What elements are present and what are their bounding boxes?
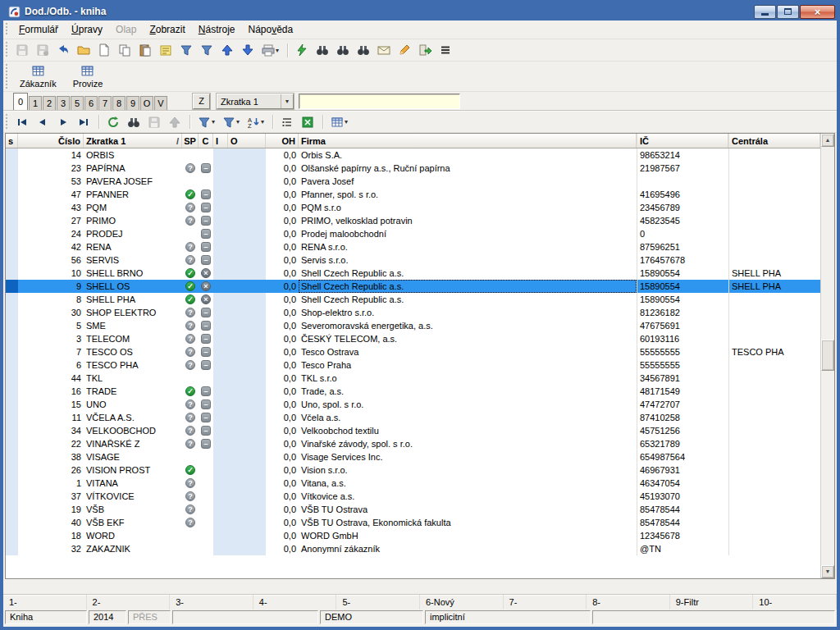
filter-wizard-button[interactable]: ▾	[219, 113, 243, 131]
menu-item-zobrazit[interactable]: Zobrazit	[143, 21, 191, 38]
grid-row[interactable]: 44TKL0,0TKL s.r.o34567891	[6, 372, 820, 385]
table-view-button[interactable]: ▾	[327, 113, 351, 131]
grid-row[interactable]: 3TELECOM?–0,0ČESKÝ TELECOM, a.s.60193116	[6, 332, 820, 345]
fn-key-8[interactable]: 8-	[587, 595, 670, 609]
tab-9[interactable]: 9	[126, 96, 139, 110]
fn-key-4[interactable]: 4-	[253, 595, 337, 609]
grid-row[interactable]: 18WORD0,0WORD GmbH12345678	[6, 529, 820, 542]
close-button[interactable]: ×	[800, 5, 835, 19]
chevron-down-icon[interactable]: ▾	[212, 118, 215, 126]
chevron-down-icon[interactable]: ▾	[236, 118, 240, 126]
outline-view-button[interactable]	[277, 113, 297, 131]
chevron-down-icon[interactable]: ▾	[261, 118, 264, 126]
zakaznik-button[interactable]: Zákazník	[12, 62, 64, 90]
column-header-i[interactable]: I	[213, 134, 228, 148]
fn-key-7[interactable]: 7-	[504, 595, 587, 609]
quick-search-input[interactable]	[299, 94, 460, 109]
search-column-select[interactable]: Zkratka 1 ▾	[217, 94, 294, 109]
tab-8[interactable]: 8	[112, 96, 126, 110]
find-next-button[interactable]	[333, 41, 353, 59]
notes-button[interactable]	[156, 41, 176, 59]
filter-rows-button[interactable]: ▾	[194, 113, 218, 131]
column-header-centrala[interactable]: Centrála	[728, 134, 820, 148]
tab-0[interactable]: 0	[13, 93, 28, 110]
first-record-button[interactable]	[12, 113, 32, 131]
scroll-thumb[interactable]	[821, 340, 834, 371]
fn-key-1[interactable]: 1-	[3, 595, 87, 609]
column-header-sp[interactable]: SP	[182, 134, 199, 148]
grid-row[interactable]: 14ORBIS0,0Orbis S.A.98653214	[6, 148, 820, 162]
scroll-down-button[interactable]: ▼	[821, 565, 834, 578]
fn-key-9[interactable]: 9-Filtr	[670, 595, 754, 609]
grid-row[interactable]: 11VČELA A.S.?–0,0Včela a.s.87410258	[6, 411, 820, 424]
grid-row[interactable]: 16TRADE✓–0,0Trade, a.s.48171549	[6, 385, 820, 398]
grid-row[interactable]: 9SHELL OS✓×0,0Shell Czech Republic a.s.1…	[6, 280, 820, 293]
paste-button[interactable]	[135, 41, 155, 59]
grid-row[interactable]: 7TESCO OS?–0,0Tesco Ostrava55555555TESCO…	[6, 345, 820, 358]
open-button[interactable]	[74, 41, 94, 59]
grid-row[interactable]: 43PQM?–0,0PQM s.r.o23456789	[6, 201, 820, 214]
grid-row[interactable]: 5SME?–0,0Severomoravská energetika, a.s.…	[6, 319, 820, 332]
find-special-button[interactable]	[354, 41, 373, 59]
column-header-zkratka[interactable]: Zkratka 1/	[84, 134, 182, 148]
grid-row[interactable]: 40VŠB EKF?0,0VŠB TU Ostrava, Ekonomická …	[6, 516, 820, 529]
menu-item-napoveda[interactable]: Nápověda	[241, 21, 299, 38]
scroll-up-button[interactable]: ▲	[821, 134, 834, 147]
fn-key-2[interactable]: 2-	[87, 595, 171, 609]
quick-action-button[interactable]	[292, 41, 312, 59]
grid-row[interactable]: 56SERVIS?–0,0Servis s.r.o.176457678	[6, 253, 820, 267]
next-record-button[interactable]	[53, 113, 73, 131]
vertical-scrollbar[interactable]: ▲ ▼	[820, 134, 834, 578]
excel-export-button[interactable]	[298, 113, 317, 131]
maximize-button[interactable]	[777, 5, 799, 19]
last-record-button[interactable]	[74, 113, 94, 131]
minimize-button[interactable]	[754, 5, 776, 19]
tab-5[interactable]: 5	[71, 96, 84, 110]
chevron-down-icon[interactable]: ▾	[276, 47, 279, 54]
title-bar[interactable]: Dod./Odb. - kniha ×	[3, 0, 837, 21]
grid-row[interactable]: 23PAPÍRNA?–0,0Olšanské papírny a.s., Ruč…	[6, 162, 820, 175]
chevron-down-icon[interactable]: ▾	[281, 94, 293, 108]
sort-az-button[interactable]: ▾	[244, 113, 267, 131]
grid-row[interactable]: 30SHOP ELEKTRO?–0,0Shop-elektro s.r.o.81…	[6, 306, 820, 319]
grid-row[interactable]: 6TESCO PHA?–0,0Tesco Praha55555555	[6, 358, 820, 372]
prev-record-button[interactable]	[33, 113, 52, 131]
tab-2[interactable]: 2	[43, 96, 56, 110]
grid-row[interactable]: 26VISION PROST✓0,0Vision s.r.o.46967931	[6, 463, 820, 477]
column-header-o[interactable]: O	[228, 134, 266, 148]
scroll-track[interactable]	[821, 147, 834, 565]
refresh-button[interactable]	[103, 113, 123, 131]
undo-button[interactable]	[53, 41, 73, 59]
tab-V[interactable]: V	[154, 96, 167, 110]
chevron-down-icon[interactable]: ▾	[345, 118, 348, 126]
grid-row[interactable]: 37VÍTKOVICE?0,0Vítkovice a.s.45193070	[6, 490, 820, 503]
grid-row[interactable]: 24PRODEJ–0,0Prodej maloobchodní0	[6, 227, 820, 240]
grid-row[interactable]: 47PFANNER✓–0,0Pfanner, spol. s r.o.41695…	[6, 188, 820, 201]
grid-row[interactable]: 32ZAKAZNIK0,0Anonymní zákazník@TN	[6, 542, 820, 555]
menu-item-formular[interactable]: Formulář	[12, 21, 65, 38]
column-header-ic[interactable]: IČ	[637, 134, 728, 148]
tab-6[interactable]: 6	[84, 96, 98, 110]
grid-row[interactable]: 34VELKOOBCHOD?–0,0Velkoobchod textilu457…	[6, 424, 820, 437]
menu-item-upravy[interactable]: Úpravy	[65, 21, 109, 38]
grid-row[interactable]: 8SHELL PHA✓×0,0Shell Czech Republic a.s.…	[6, 293, 820, 306]
find-button[interactable]	[313, 41, 332, 59]
grid-row[interactable]: 53PAVERA JOSEF0,0Pavera Josef	[6, 175, 820, 188]
tab-1[interactable]: 1	[29, 96, 42, 110]
grid-row[interactable]: 19VŠB?0,0VŠB TU Ostrava85478544	[6, 503, 820, 516]
column-header-oh[interactable]: OH	[266, 134, 299, 148]
grid-row[interactable]: 27PRIMO?–0,0PRIMO, velkosklad potravin45…	[6, 214, 820, 227]
tab-O[interactable]: O	[140, 96, 153, 110]
fn-key-3[interactable]: 3-	[170, 595, 253, 609]
column-header-cislo[interactable]: Číslo	[18, 134, 84, 148]
move-up-button[interactable]	[217, 41, 237, 59]
tab-7[interactable]: 7	[98, 96, 112, 110]
grid-row[interactable]: 22VINAŘSKÉ Z?–0,0Vinařské závody, spol. …	[6, 437, 820, 450]
edit-button[interactable]	[395, 41, 414, 59]
filter-button[interactable]	[176, 41, 196, 59]
grid-row[interactable]: 10SHELL BRNO✓×0,0Shell Czech Republic a.…	[6, 267, 820, 280]
grid-row[interactable]: 38VISAGE0,0Visage Services Inc.654987564	[6, 450, 820, 463]
print-button[interactable]: ▾	[258, 41, 282, 59]
move-down-button[interactable]	[238, 41, 258, 59]
column-header-c[interactable]: C	[199, 134, 213, 148]
